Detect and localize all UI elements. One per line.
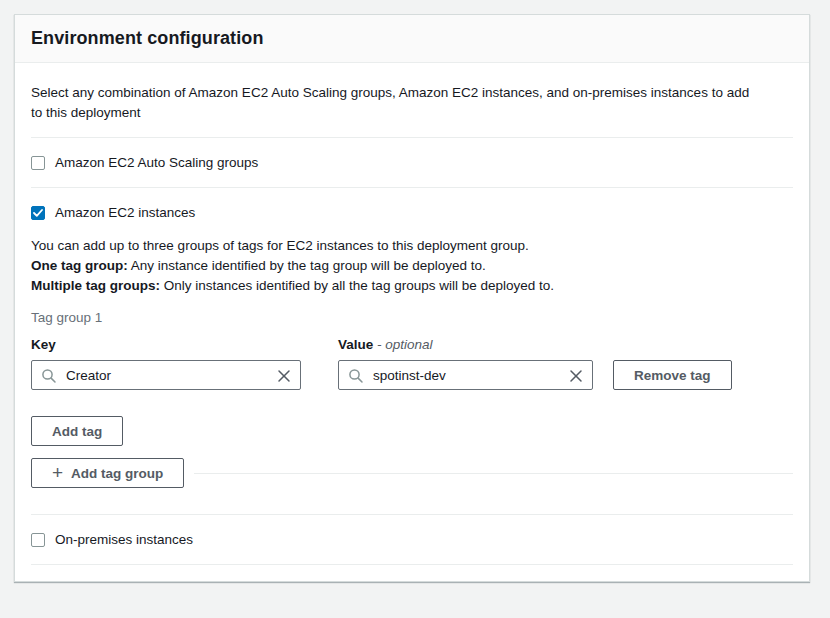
- description-line-2: to this deployment: [31, 103, 793, 123]
- value-label: Value - optional: [338, 337, 433, 352]
- on-premises-label: On-premises instances: [55, 532, 193, 547]
- auto-scaling-groups-label: Amazon EC2 Auto Scaling groups: [55, 155, 258, 170]
- tag-help-one-group: One tag group: Any instance identified b…: [31, 256, 793, 276]
- key-input-wrapper: [31, 360, 301, 390]
- add-tag-button[interactable]: Add tag: [31, 416, 123, 446]
- plus-icon: +: [52, 463, 63, 482]
- add-tag-group-label: Add tag group: [71, 466, 163, 481]
- key-input[interactable]: [32, 361, 300, 389]
- on-premises-checkbox[interactable]: [31, 533, 45, 547]
- clear-icon: [277, 369, 291, 383]
- check-icon: [33, 209, 43, 217]
- page: Environment configuration Select any com…: [0, 0, 830, 596]
- clear-icon: [569, 369, 583, 383]
- clear-key-button[interactable]: [274, 366, 294, 386]
- environment-configuration-panel: Environment configuration Select any com…: [14, 14, 810, 582]
- description-line-1: Select any combination of Amazon EC2 Aut…: [31, 83, 793, 103]
- tag-field-labels: Key Value - optional: [31, 337, 793, 352]
- tag-group-title: Tag group 1: [31, 310, 793, 325]
- panel-body: Select any combination of Amazon EC2 Aut…: [15, 83, 809, 581]
- key-label: Key: [31, 337, 301, 352]
- panel-description: Select any combination of Amazon EC2 Aut…: [31, 83, 793, 123]
- ec2-instances-label: Amazon EC2 instances: [55, 205, 195, 220]
- checkbox-row-ec2-instances[interactable]: Amazon EC2 instances: [31, 188, 793, 230]
- search-icon: [41, 368, 57, 387]
- ec2-instances-checkbox[interactable]: [31, 206, 45, 220]
- tag-inputs-row: Remove tag: [31, 360, 793, 390]
- add-tag-group-row: + Add tag group: [31, 458, 793, 488]
- search-icon: [348, 368, 364, 387]
- divider: [31, 564, 793, 565]
- remove-tag-button[interactable]: Remove tag: [613, 360, 732, 390]
- checkbox-row-auto-scaling-groups[interactable]: Amazon EC2 Auto Scaling groups: [31, 138, 793, 187]
- tag-help-text: You can add up to three groups of tags f…: [31, 236, 793, 296]
- divider: [194, 473, 793, 474]
- value-input-wrapper: [338, 360, 593, 390]
- auto-scaling-groups-checkbox[interactable]: [31, 156, 45, 170]
- panel-title: Environment configuration: [31, 28, 264, 49]
- tag-help-intro: You can add up to three groups of tags f…: [31, 236, 793, 256]
- panel-header: Environment configuration: [15, 15, 809, 63]
- tag-help-multiple-groups: Multiple tag groups: Only instances iden…: [31, 276, 793, 296]
- value-input[interactable]: [339, 361, 592, 389]
- add-tag-group-button[interactable]: + Add tag group: [31, 458, 184, 488]
- clear-value-button[interactable]: [566, 366, 586, 386]
- checkbox-row-on-premises[interactable]: On-premises instances: [31, 515, 793, 564]
